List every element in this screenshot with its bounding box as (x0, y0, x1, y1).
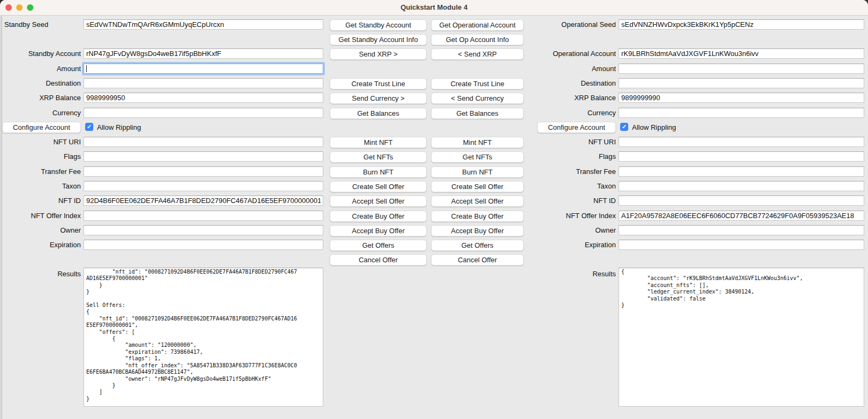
standby-nft-offer-index-label: NFT Offer Index (2, 211, 81, 221)
standby-expiration-label: Expiration (2, 240, 81, 250)
standby-create-sell-offer-button[interactable]: Create Sell Offer (330, 181, 427, 192)
get-standby-account-button[interactable]: Get Standby Account (330, 19, 427, 31)
standby-send-xrp-button[interactable]: Send XRP > (330, 48, 427, 60)
standby-accept-buy-offer-button[interactable]: Accept Buy Offer (330, 225, 427, 236)
window-title: Quickstart Module 4 (0, 0, 868, 15)
standby-currency-label: Currency (2, 108, 81, 118)
operational-results-textarea[interactable]: { "account": "rK9LBRhStdmtAaVdJXGVF1LnKW… (619, 268, 864, 407)
standby-account-field[interactable] (84, 48, 323, 59)
standby-create-buy-offer-button[interactable]: Create Buy Offer (330, 211, 427, 222)
operational-owner-label: Owner (516, 225, 616, 235)
operational-nft-offer-index-label: NFT Offer Index (516, 211, 616, 221)
standby-create-trust-line-button[interactable]: Create Trust Line (330, 78, 427, 89)
operational-nft-offer-index-field[interactable] (619, 211, 864, 221)
op-cancel-offer-button[interactable]: Cancel Offer (431, 254, 524, 266)
operational-destination-label: Destination (516, 78, 616, 88)
operational-expiration-field[interactable] (619, 240, 864, 250)
standby-taxon-field[interactable] (84, 181, 323, 191)
standby-owner-field[interactable] (84, 225, 323, 235)
standby-nft-id-label: NFT ID (2, 195, 81, 206)
standby-expiration-field[interactable] (84, 240, 323, 250)
operational-nft-uri-field[interactable] (619, 137, 864, 147)
standby-seed-field[interactable] (84, 19, 323, 30)
op-allow-rippling-label: Allow Rippling (632, 122, 676, 132)
standby-destination-label: Destination (2, 78, 81, 88)
op-mint-nft-button[interactable]: Mint NFT (431, 137, 524, 148)
standby-get-nfts-button[interactable]: Get NFTs (330, 151, 427, 163)
operational-nft-id-label: NFT ID (516, 195, 616, 206)
standby-results-textarea[interactable]: "nft_id": "0008271092D4B6F0EE062DE7FA46A… (84, 268, 323, 407)
standby-nft-id-field[interactable] (84, 195, 323, 206)
operational-xrp-balance-label: XRP Balance (516, 93, 616, 103)
standby-mint-nft-button[interactable]: Mint NFT (330, 137, 427, 148)
standby-transfer-fee-label: Transfer Fee (2, 166, 81, 177)
standby-taxon-label: Taxon (2, 181, 81, 191)
standby-configure-account-button[interactable]: Configure Account (2, 122, 81, 133)
operational-results-label: Results (516, 269, 616, 279)
standby-get-offers-button[interactable]: Get Offers (330, 240, 427, 251)
operational-seed-field[interactable] (619, 19, 864, 30)
op-send-currency-button[interactable]: < Send Currency (431, 93, 524, 104)
standby-currency-field[interactable] (84, 108, 323, 118)
op-allow-rippling-checkbox[interactable]: ✓ (620, 123, 628, 131)
standby-get-balances-button[interactable]: Get Balances (330, 108, 427, 119)
operational-taxon-field[interactable] (619, 181, 864, 191)
operational-currency-field[interactable] (619, 108, 864, 118)
standby-accept-sell-offer-button[interactable]: Accept Sell Offer (330, 195, 427, 207)
standby-allow-rippling-label: Allow Rippling (97, 122, 141, 132)
standby-flags-field[interactable] (84, 151, 323, 162)
standby-results-label: Results (2, 269, 81, 279)
standby-owner-label: Owner (2, 225, 81, 235)
operational-account-label: Operational Account (516, 48, 616, 59)
op-accept-buy-offer-button[interactable]: Accept Buy Offer (431, 225, 524, 236)
standby-nft-offer-index-field[interactable] (84, 211, 323, 221)
get-op-account-info-button[interactable]: Get Op Account Info (431, 34, 524, 45)
operational-seed-label: Operational Seed (516, 19, 616, 30)
op-get-balances-button[interactable]: Get Balances (431, 108, 524, 119)
standby-xrp-balance-field[interactable] (84, 93, 323, 103)
operational-expiration-label: Expiration (516, 240, 616, 250)
standby-allow-rippling-checkbox[interactable]: ✓ (85, 123, 93, 131)
operational-nft-uri-label: NFT URI (516, 137, 616, 147)
standby-transfer-fee-field[interactable] (84, 166, 323, 177)
operational-amount-label: Amount (516, 64, 616, 74)
standby-burn-nft-button[interactable]: Burn NFT (330, 166, 427, 178)
op-get-offers-button[interactable]: Get Offers (431, 240, 524, 251)
operational-owner-field[interactable] (619, 225, 864, 235)
operational-flags-label: Flags (516, 151, 616, 162)
standby-account-label: Standby Account (2, 48, 81, 59)
op-get-nfts-button[interactable]: Get NFTs (431, 151, 524, 163)
standby-xrp-balance-label: XRP Balance (2, 93, 81, 103)
titlebar: Quickstart Module 4 (0, 0, 868, 16)
get-operational-account-button[interactable]: Get Operational Account (431, 19, 524, 31)
operational-flags-field[interactable] (619, 151, 864, 162)
standby-amount-label: Amount (2, 64, 81, 74)
text-cursor (86, 65, 87, 72)
op-configure-account-button[interactable]: Configure Account (537, 122, 616, 133)
app-window: Quickstart Module 4 Standby Seed Standby… (0, 0, 868, 419)
operational-xrp-balance-field[interactable] (619, 93, 864, 103)
op-accept-sell-offer-button[interactable]: Accept Sell Offer (431, 195, 524, 207)
standby-seed-label: Standby Seed (4, 19, 82, 30)
operational-transfer-fee-field[interactable] (619, 166, 864, 177)
op-create-buy-offer-button[interactable]: Create Buy Offer (431, 211, 524, 222)
op-send-xrp-button[interactable]: < Send XRP (431, 48, 524, 60)
standby-nft-uri-label: NFT URI (2, 137, 81, 147)
operational-nft-id-field[interactable] (619, 195, 864, 206)
operational-transfer-fee-label: Transfer Fee (516, 166, 616, 177)
standby-nft-uri-field[interactable] (84, 137, 323, 147)
standby-amount-field[interactable] (84, 64, 323, 74)
op-burn-nft-button[interactable]: Burn NFT (431, 166, 524, 178)
get-standby-account-info-button[interactable]: Get Standby Account Info (330, 34, 427, 45)
standby-destination-field[interactable] (84, 78, 323, 88)
operational-currency-label: Currency (516, 108, 616, 118)
operational-account-field[interactable] (619, 48, 864, 59)
standby-flags-label: Flags (2, 151, 81, 162)
standby-send-currency-button[interactable]: Send Currency > (330, 93, 427, 104)
op-create-sell-offer-button[interactable]: Create Sell Offer (431, 181, 524, 192)
operational-taxon-label: Taxon (516, 181, 616, 191)
operational-destination-field[interactable] (619, 78, 864, 88)
op-create-trust-line-button[interactable]: Create Trust Line (431, 78, 524, 89)
standby-cancel-offer-button[interactable]: Cancel Offer (330, 254, 427, 266)
operational-amount-field[interactable] (619, 64, 864, 74)
